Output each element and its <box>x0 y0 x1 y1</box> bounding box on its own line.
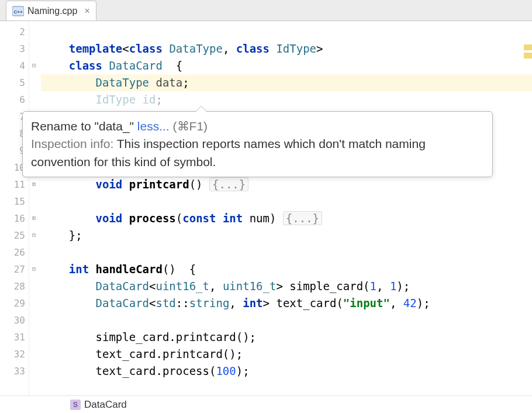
close-tab-icon[interactable]: × <box>84 6 89 16</box>
code-line[interactable]: DataCard<std::string, int> text_card("in… <box>41 295 532 312</box>
tooltip-line-2: Inspection info: This inspection reports… <box>31 135 484 171</box>
code-editor[interactable]: 2345678910111516252627282930313233 ⊟⊞⊞⊟⊟… <box>0 21 532 395</box>
line-number: 28 <box>0 278 29 295</box>
line-number: 4 <box>0 57 29 74</box>
line-number: 11 <box>0 176 29 193</box>
fold-gutter[interactable]: ⊟⊞⊞⊟⊟ <box>29 21 41 395</box>
fold-toggle-icon[interactable]: ⊞ <box>30 215 37 221</box>
line-number: 15 <box>0 193 29 210</box>
tooltip-line-1: Rename to "data_" less... (⌘F1) <box>31 118 484 135</box>
line-number: 25 <box>0 227 29 244</box>
code-line[interactable]: int handleCard() { <box>41 261 532 278</box>
tab-bar: C++ Naming.cpp × <box>0 0 532 21</box>
tooltip-arrow <box>195 106 207 112</box>
line-number: 2 <box>0 23 29 40</box>
less-link[interactable]: less... <box>137 119 170 133</box>
code-line[interactable]: text_card.printcard(); <box>41 346 532 363</box>
code-line[interactable]: class DataCard { <box>41 57 532 74</box>
fold-toggle-icon[interactable]: ⊟ <box>30 232 37 238</box>
fold-toggle-icon[interactable]: ⊟ <box>30 62 37 68</box>
code-line[interactable] <box>41 244 532 261</box>
cpp-file-icon: C++ <box>12 5 24 17</box>
line-number: 5 <box>0 74 29 91</box>
line-number: 31 <box>0 329 29 346</box>
stripe-marker[interactable] <box>524 44 532 50</box>
code-line[interactable]: template<class DataType, class IdType> <box>41 40 532 57</box>
inspection-tooltip: Rename to "data_" less... (⌘F1) Inspecti… <box>22 111 493 177</box>
code-line[interactable]: DataType data; <box>41 74 532 91</box>
line-number: 32 <box>0 346 29 363</box>
line-number: 33 <box>0 363 29 380</box>
code-line[interactable]: void printcard() {...} <box>41 176 532 193</box>
line-number: 29 <box>0 295 29 312</box>
line-number-gutter: 2345678910111516252627282930313233 <box>0 21 29 395</box>
breadcrumb-bar[interactable]: S DataCard <box>0 395 532 413</box>
line-number: 16 <box>0 210 29 227</box>
line-number: 27 <box>0 261 29 278</box>
tab-filename: Naming.cpp <box>27 6 77 16</box>
svg-text:C++: C++ <box>13 9 22 15</box>
stripe-marker[interactable] <box>524 53 532 58</box>
code-line[interactable] <box>41 312 532 329</box>
fold-toggle-icon[interactable]: ⊞ <box>30 181 37 187</box>
breadcrumb-label: DataCard <box>84 399 127 411</box>
code-line[interactable]: IdType id; <box>41 91 532 108</box>
struct-icon: S <box>70 400 81 410</box>
code-area[interactable]: template<class DataType, class IdType> c… <box>41 21 532 395</box>
line-number: 26 <box>0 244 29 261</box>
error-stripe[interactable] <box>524 21 532 407</box>
line-number: 3 <box>0 40 29 57</box>
line-number: 6 <box>0 91 29 108</box>
code-line[interactable]: void process(const int num) {...} <box>41 210 532 227</box>
code-line[interactable] <box>41 23 532 40</box>
code-line[interactable]: text_card.process(100); <box>41 363 532 380</box>
file-tab[interactable]: C++ Naming.cpp × <box>6 1 96 20</box>
code-line[interactable]: simple_card.printcard(); <box>41 329 532 346</box>
code-line[interactable]: }; <box>41 227 532 244</box>
code-line[interactable] <box>41 193 532 210</box>
fold-toggle-icon[interactable]: ⊟ <box>30 266 37 272</box>
code-line[interactable]: DataCard<uint16_t, uint16_t> simple_card… <box>41 278 532 295</box>
line-number: 30 <box>0 312 29 329</box>
